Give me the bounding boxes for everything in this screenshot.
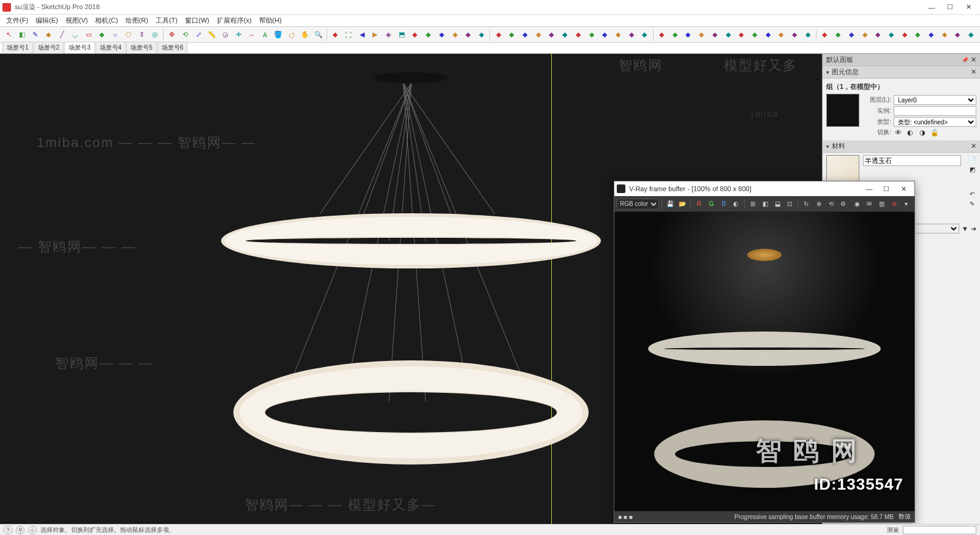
toolbar-paint[interactable]: 🪣	[272, 28, 285, 41]
toolbar-fog[interactable]: ◆	[748, 28, 761, 41]
toolbar-text[interactable]: A	[258, 28, 271, 41]
pin-icon[interactable]: 📌	[962, 57, 968, 63]
collapse-icon[interactable]: ▾	[826, 143, 829, 150]
vfb-tool-icon[interactable]: ⬓	[772, 198, 783, 210]
toolbar-offset[interactable]: ◎	[149, 28, 162, 41]
toolbar-zoom-ext[interactable]: ⛶	[342, 28, 355, 41]
recv-shadow-icon[interactable]: ◑	[918, 128, 927, 137]
toolbar-vray-rect[interactable]: ◆	[492, 28, 505, 41]
vfb-tool-icon[interactable]: ⚙	[838, 198, 849, 210]
toolbar-zoom-dd[interactable]: ◆	[329, 28, 342, 41]
toolbar-eraser[interactable]: ◧	[16, 28, 29, 41]
toolbar-select[interactable]: ↖	[2, 28, 15, 41]
default-material-icon[interactable]: ◩	[968, 165, 976, 173]
toolbar-vray-cloud[interactable]: ◆	[435, 28, 448, 41]
toolbar-shadows[interactable]: ◆	[735, 28, 748, 41]
toolbar-ext5[interactable]: ◆	[872, 28, 884, 41]
vfb-b-channel[interactable]: B	[718, 198, 729, 210]
toolbar-ext12[interactable]: ◆	[965, 28, 978, 41]
toolbar-comp[interactable]: ◆	[788, 28, 801, 41]
vfb-save-icon[interactable]: 💾	[665, 198, 676, 210]
toolbar-dimension[interactable]: ↔	[246, 28, 258, 41]
scene-tab-5[interactable]: 场景号5	[126, 42, 157, 53]
toolbar-zoom[interactable]: 🔍	[312, 28, 325, 41]
measure-input[interactable]	[903, 526, 976, 534]
toolbar-vray-clip[interactable]: ◆	[585, 28, 598, 41]
scene-tab-6[interactable]: 场景号6	[157, 42, 188, 53]
toolbar-vray-mesh[interactable]: ◆	[532, 28, 545, 41]
toolbar-rect[interactable]: ▭	[82, 28, 95, 41]
toolbar-vray-proxy[interactable]: ◆	[559, 28, 571, 41]
toolbar-move[interactable]: ✥	[165, 28, 178, 41]
toolbar-axes[interactable]: ✛	[232, 28, 245, 41]
scene-tab-4[interactable]: 场景号4	[96, 42, 126, 53]
toolbar-protractor[interactable]: ◶	[219, 28, 232, 41]
toolbar-vray-fb[interactable]: ◆	[462, 28, 475, 41]
toolbar-vray-sun[interactable]: ◆	[519, 28, 532, 41]
toolbar-vray-inf[interactable]: ◆	[612, 28, 625, 41]
toolbar-rect-dd[interactable]: ◆	[96, 28, 108, 41]
tray-close-icon[interactable]: ✕	[971, 56, 976, 64]
vfb-dropdown-icon[interactable]: ▾	[901, 198, 912, 210]
edit-icon[interactable]: ✎	[968, 199, 976, 208]
toolbar-ext2[interactable]: ◆	[832, 28, 845, 41]
scene-tab-1[interactable]: 场景号1	[2, 42, 33, 53]
tray-title[interactable]: 默认面板 📌 ✕	[823, 54, 980, 66]
vfb-titlebar[interactable]: V-Ray frame buffer - [100% of 800 x 800]…	[614, 181, 914, 196]
vfb-tool-icon[interactable]: ▥	[876, 198, 887, 210]
menu-draw[interactable]: 绘图(R)	[122, 16, 152, 25]
toolbar-vray-ies[interactable]: ◆	[545, 28, 558, 41]
toolbar-iso[interactable]: ◈	[382, 28, 395, 41]
vfb-close-button[interactable]: ✕	[895, 183, 912, 195]
vfb-tool-icon[interactable]: ⊞	[747, 198, 758, 210]
toolbar-ext10[interactable]: ◆	[938, 28, 951, 41]
toolbar-mat[interactable]: ◆	[775, 28, 788, 41]
menu-file[interactable]: 文件(F)	[2, 16, 32, 25]
toolbar-ext7[interactable]: ◆	[898, 28, 911, 41]
type-select[interactable]: 类型: <undefined>	[894, 117, 976, 127]
toolbar-vray-c[interactable]: ◆	[668, 28, 681, 41]
toolbar-vray-light[interactable]: ◆	[475, 28, 488, 41]
toolbar-tape[interactable]: 📏	[206, 28, 219, 41]
toolbar-ext3[interactable]: ◆	[845, 28, 858, 41]
create-material-icon[interactable]: 📄	[968, 155, 976, 164]
scene-tab-3[interactable]: 场景号3	[64, 42, 95, 53]
minimize-button[interactable]: —	[922, 1, 941, 13]
vfb-channel-select[interactable]: RGB color	[617, 199, 659, 210]
toolbar-scale[interactable]: ⤢	[192, 28, 205, 41]
vfb-r-channel[interactable]: R	[693, 198, 704, 210]
toolbar-section[interactable]: ◆	[682, 28, 695, 41]
toolbar-soft[interactable]: ◆	[801, 28, 814, 41]
panel-close-icon[interactable]: ✕	[971, 142, 976, 150]
toolbar-ext8[interactable]: ◆	[911, 28, 924, 41]
vfb-g-channel[interactable]: G	[706, 198, 717, 210]
vfb-tool-icon[interactable]: ↻	[801, 198, 812, 210]
vfb-tool-icon[interactable]: ⊡	[784, 198, 795, 210]
vfb-render-canvas[interactable]: 智 鸥 网 ID:1335547	[614, 212, 914, 511]
menu-view[interactable]: 视图(V)	[62, 16, 92, 25]
toolbar-styles[interactable]: ◆	[761, 28, 774, 41]
user-icon[interactable]: ☺	[28, 526, 37, 534]
toolbar-pan[interactable]: ✋	[298, 28, 311, 41]
toolbar-ext6[interactable]: ◆	[885, 28, 898, 41]
toolbar-arc[interactable]: ◡	[69, 28, 82, 41]
toolbar-ext4[interactable]: ◆	[858, 28, 871, 41]
instance-input[interactable]	[894, 106, 976, 116]
vray-frame-buffer-window[interactable]: V-Ray frame buffer - [100% of 800 x 800]…	[614, 181, 915, 523]
material-name-input[interactable]	[863, 155, 961, 166]
toolbar-pencil-dd[interactable]: ◆	[42, 28, 55, 41]
toolbar-scenes[interactable]: ◆	[722, 28, 734, 41]
vfb-tool-icon[interactable]: ◉	[851, 198, 862, 210]
toolbar-ext1[interactable]: ◆	[818, 28, 831, 41]
toolbar-pencil[interactable]: ✎	[29, 28, 42, 41]
dropdown-icon[interactable]: ▼	[962, 225, 968, 232]
toolbar-vray-a[interactable]: ◆	[638, 28, 651, 41]
toolbar-vray-dd[interactable]: ◆	[448, 28, 461, 41]
toolbar-line[interactable]: ╱	[56, 28, 69, 41]
toolbar-rotate[interactable]: ⟲	[179, 28, 192, 41]
vfb-mono-icon[interactable]: ◐	[731, 198, 742, 210]
menu-help[interactable]: 帮助(H)	[255, 16, 285, 25]
vfb-load-icon[interactable]: 📂	[677, 198, 688, 210]
toolbar-ext11[interactable]: ◆	[951, 28, 964, 41]
toolbar-vray-logo[interactable]: ◆	[409, 28, 421, 41]
